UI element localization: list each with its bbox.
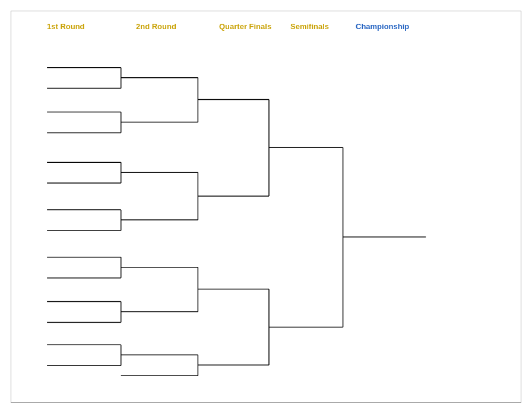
bracket-container: 1st Round 2nd Round Quarter Finals Semif… <box>11 11 521 403</box>
bracket-svg <box>11 11 521 402</box>
